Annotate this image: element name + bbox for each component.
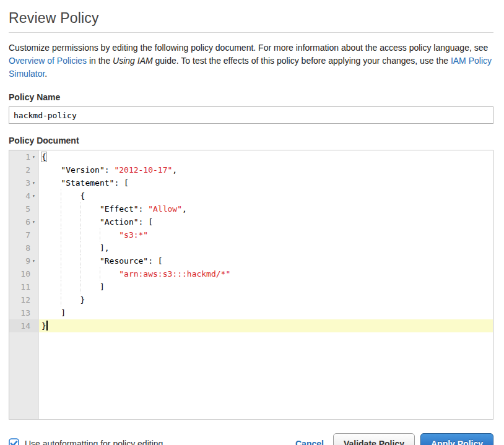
- autoformat-checkbox-row[interactable]: Use autoformatting for policy editing: [9, 438, 163, 445]
- indent-guide: [61, 241, 61, 254]
- intro-text: guide. To test the effects of this polic…: [153, 56, 451, 66]
- intro-paragraph: Customize permissions by editing the fol…: [9, 41, 493, 80]
- indent-guide: [61, 202, 61, 215]
- gutter-line-2: 2: [9, 163, 38, 176]
- line-number: 3: [25, 176, 30, 189]
- gutter-line-3[interactable]: 3▾: [9, 176, 38, 189]
- code-line-7[interactable]: "s3:*": [39, 228, 493, 241]
- json-code-text: ]: [41, 308, 66, 318]
- line-number: 6: [25, 215, 30, 228]
- line-number: 14: [20, 319, 30, 332]
- intro-text: in the: [87, 56, 113, 66]
- json-code-text: }: [41, 321, 46, 331]
- title-divider: [9, 32, 493, 33]
- gutter-line-14: 14: [9, 319, 38, 332]
- indent-guide: [80, 241, 81, 254]
- line-number: 7: [25, 228, 30, 241]
- json-code-text: "Statement": [: [41, 178, 129, 188]
- code-line-10[interactable]: "arn:aws:s3:::hackmd/*": [39, 267, 493, 280]
- code-line-5[interactable]: "Effect": "Allow",: [39, 202, 493, 215]
- gutter-line-8: 8: [9, 241, 38, 254]
- line-number: 12: [20, 293, 30, 306]
- line-number: 13: [20, 306, 30, 319]
- policy-document-label: Policy Document: [9, 136, 493, 145]
- json-code-text: "Effect":: [41, 204, 148, 214]
- code-line-3[interactable]: "Statement": [: [39, 176, 493, 189]
- indent-guide: [80, 215, 81, 228]
- fold-arrow-icon[interactable]: ▾: [30, 254, 37, 267]
- gutter-line-9[interactable]: 9▾: [9, 254, 38, 267]
- indent-guide: [61, 215, 61, 228]
- line-number: 10: [20, 267, 30, 280]
- indent-guide: [61, 267, 61, 280]
- gutter-line-12: 12: [9, 293, 38, 306]
- code-line-8[interactable]: ],: [39, 241, 493, 254]
- overview-of-policies-link[interactable]: Overview of Policies: [9, 56, 87, 66]
- gutter-line-13: 13: [9, 306, 38, 319]
- json-code-text: ,: [172, 165, 177, 175]
- json-code-text: }: [41, 295, 85, 305]
- line-number: 5: [25, 202, 30, 215]
- json-string-value: "s3:*": [119, 230, 148, 240]
- code-line-14[interactable]: }: [39, 319, 493, 332]
- footer-actions: Cancel Validate Policy Apply Policy: [295, 433, 493, 445]
- indent-guide: [100, 267, 100, 280]
- fold-arrow-icon[interactable]: ▾: [30, 215, 37, 228]
- line-number: 8: [25, 241, 30, 254]
- indent-guide: [100, 228, 100, 241]
- json-code-text: "Action": [: [41, 217, 153, 227]
- code-line-13[interactable]: ]: [39, 306, 493, 319]
- intro-text: Customize permissions by editing the fol…: [9, 43, 488, 53]
- code-line-4[interactable]: {: [39, 189, 493, 202]
- gutter-line-7: 7: [9, 228, 38, 241]
- json-string-value: "Allow": [148, 204, 182, 214]
- indent-guide: [61, 254, 61, 267]
- gutter-line-1[interactable]: 1▾: [9, 150, 38, 163]
- fold-arrow-icon[interactable]: ▾: [30, 176, 37, 189]
- autoformat-checkbox-label: Use autoformatting for policy editing: [25, 439, 163, 445]
- json-code-text: {: [41, 152, 46, 162]
- indent-guide: [80, 228, 81, 241]
- gutter-line-6[interactable]: 6▾: [9, 215, 38, 228]
- code-line-9[interactable]: "Resource": [: [39, 254, 493, 267]
- validate-policy-button[interactable]: Validate Policy: [333, 433, 415, 445]
- fold-arrow-icon[interactable]: ▾: [30, 189, 37, 202]
- json-code-text: ],: [41, 243, 110, 253]
- autoformat-checkbox[interactable]: [9, 438, 19, 445]
- json-code-text: "Version":: [41, 165, 114, 175]
- policy-name-input[interactable]: [9, 106, 493, 124]
- editor-gutter: 1▾23▾4▾56▾789▾1011121314: [9, 150, 39, 419]
- page-title: Review Policy: [9, 10, 493, 27]
- using-iam-guide-name: Using IAM: [113, 56, 153, 66]
- json-code-text: {: [41, 191, 85, 201]
- apply-policy-button[interactable]: Apply Policy: [420, 433, 493, 445]
- cancel-link[interactable]: Cancel: [295, 439, 324, 445]
- code-line-12[interactable]: }: [39, 293, 493, 306]
- code-line-11[interactable]: ]: [39, 280, 493, 293]
- gutter-line-4[interactable]: 4▾: [9, 189, 38, 202]
- line-number: 11: [20, 280, 30, 293]
- code-line-6[interactable]: "Action": [: [39, 215, 493, 228]
- footer-bar: Use autoformatting for policy editing Ca…: [9, 433, 493, 445]
- json-code-text: ,: [182, 204, 187, 214]
- indent-guide: [61, 293, 61, 306]
- indent-guide: [80, 267, 81, 280]
- line-number: 4: [25, 189, 30, 202]
- code-line-1[interactable]: {: [39, 150, 493, 163]
- policy-name-label: Policy Name: [9, 92, 493, 102]
- gutter-line-11: 11: [9, 280, 38, 293]
- indent-guide: [80, 202, 81, 215]
- policy-editor[interactable]: 1▾23▾4▾56▾789▾1011121314 { "Version": "2…: [9, 150, 493, 420]
- review-policy-page: Review Policy Customize permissions by e…: [0, 0, 504, 445]
- indent-guide: [61, 228, 61, 241]
- json-string-value: "arn:aws:s3:::hackmd/*": [119, 269, 230, 279]
- code-line-2[interactable]: "Version": "2012-10-17",: [39, 163, 493, 176]
- gutter-line-5: 5: [9, 202, 38, 215]
- editor-code[interactable]: { "Version": "2012-10-17", "Statement": …: [39, 150, 493, 419]
- indent-guide: [61, 189, 61, 202]
- indent-guide: [80, 280, 81, 293]
- line-number: 9: [25, 254, 30, 267]
- json-code-text: "Resource": [: [41, 256, 163, 266]
- fold-arrow-icon[interactable]: ▾: [30, 150, 37, 163]
- intro-text: .: [45, 69, 47, 79]
